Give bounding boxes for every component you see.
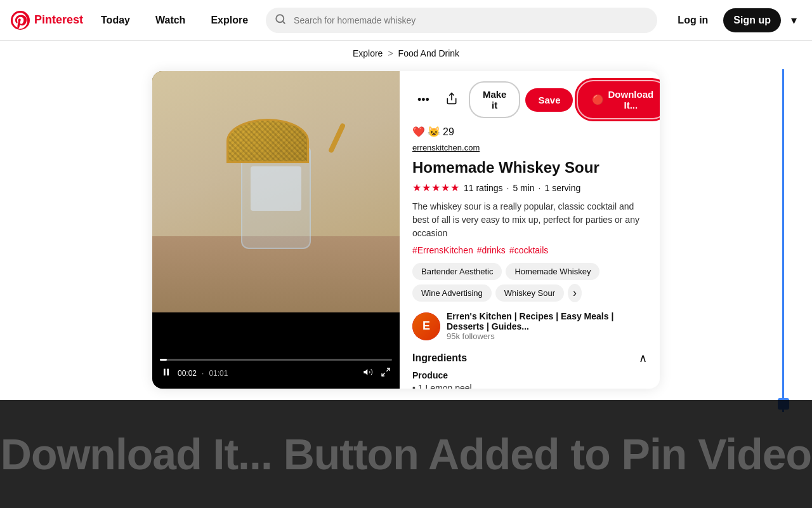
- search-bar: [266, 8, 657, 33]
- reaction-heart: ❤️: [412, 126, 425, 138]
- main-content: 00:02 · 01:01 •••: [0, 66, 812, 394]
- rating-stars: ★★★★★: [412, 182, 460, 194]
- download-button[interactable]: 🔴 Download It...: [578, 81, 660, 118]
- video-controls: 00:02 · 01:01: [152, 349, 400, 389]
- keyword-2[interactable]: Homemade Whiskey: [506, 263, 599, 280]
- fullscreen-button[interactable]: [379, 366, 392, 381]
- pin-rating: ★★★★★ 11 ratings · 5 min · 1 serving: [412, 182, 647, 194]
- video-progress-bar[interactable]: [160, 359, 392, 361]
- pin-description: The whiskey sour is a really popular, cl…: [412, 200, 647, 240]
- bottom-overlay: Download It... Button Added to Pin Video: [0, 400, 812, 508]
- pinterest-logo[interactable]: Pinterest: [10, 10, 83, 30]
- breadcrumb: Explore > Food And Drink: [0, 41, 812, 66]
- video-current-time: 00:02: [178, 369, 197, 378]
- ingredients-section: Ingredients ∧ Produce • 1 Lemon peel Con…: [412, 351, 647, 389]
- rating-count: 11 ratings: [464, 183, 502, 193]
- login-button[interactable]: Log in: [667, 8, 718, 32]
- pin-card: 00:02 · 01:01 •••: [152, 71, 660, 389]
- breadcrumb-current: Food And Drink: [398, 48, 460, 58]
- rating-dot1: ·: [506, 183, 509, 193]
- nav-explore[interactable]: Explore: [203, 10, 256, 31]
- ingredients-header: Ingredients ∧: [412, 351, 647, 365]
- breadcrumb-separator: >: [388, 48, 393, 58]
- nav-dropdown-icon[interactable]: ▾: [786, 8, 802, 32]
- pin-info: ••• Make it Save 🔴 Download It... ❤️: [400, 71, 660, 389]
- keyword-4[interactable]: Whiskey Sour: [495, 284, 564, 302]
- author-avatar[interactable]: E: [412, 312, 440, 340]
- ingredient-item-lemon-peel: • 1 Lemon peel: [412, 383, 647, 389]
- search-input[interactable]: [266, 8, 657, 33]
- keyword-more-button[interactable]: ›: [568, 284, 582, 302]
- collapse-ingredients-button[interactable]: ∧: [639, 351, 647, 365]
- more-options-button[interactable]: •••: [412, 88, 435, 112]
- video-separator: ·: [202, 369, 204, 378]
- svg-line-7: [382, 373, 385, 376]
- navigation: Pinterest Today Watch Explore Log in Sig…: [0, 0, 812, 41]
- pin-keywords: Bartender Aesthetic Homemade Whiskey Win…: [412, 263, 647, 302]
- rating-dot2: ·: [539, 183, 541, 193]
- ingredient-group-produce: Produce • 1 Lemon peel: [412, 370, 647, 389]
- nav-actions: Log in Sign up ▾: [667, 8, 802, 32]
- ingredient-category-produce: Produce: [412, 370, 647, 380]
- video-thumbnail[interactable]: [152, 71, 400, 312]
- keyword-3[interactable]: Wine Advertising: [412, 284, 492, 302]
- svg-rect-4: [167, 369, 169, 376]
- logo-text: Pinterest: [34, 13, 83, 27]
- tag-1[interactable]: #ErrensKitchen: [412, 245, 473, 255]
- download-label: Download It...: [608, 89, 653, 110]
- tag-3[interactable]: #cocktails: [509, 245, 548, 255]
- nav-watch[interactable]: Watch: [148, 10, 193, 31]
- author-name[interactable]: Erren's Kitchen | Recipes | Easy Meals |…: [447, 311, 647, 331]
- svg-rect-3: [164, 369, 166, 376]
- pin-reactions: ❤️ 😺 29: [412, 126, 647, 138]
- svg-marker-5: [363, 369, 367, 375]
- pin-tags: #ErrensKitchen #drinks #cocktails: [412, 245, 647, 255]
- pin-video: 00:02 · 01:01: [152, 71, 400, 389]
- volume-button[interactable]: [362, 366, 374, 381]
- pin-actions-row: ••• Make it Save 🔴 Download It...: [412, 81, 647, 118]
- bottom-overlay-text: Download It... Button Added to Pin Video: [1, 429, 811, 479]
- rating-servings: 1 serving: [545, 183, 581, 193]
- signup-button[interactable]: Sign up: [723, 8, 781, 32]
- ingredients-title: Ingredients: [412, 352, 467, 364]
- reaction-count: 29: [443, 126, 454, 138]
- tag-2[interactable]: #drinks: [477, 245, 506, 255]
- source-link[interactable]: errenskitchen.com: [412, 143, 647, 152]
- download-icon: 🔴: [592, 94, 604, 105]
- breadcrumb-parent[interactable]: Explore: [353, 48, 383, 58]
- keyword-1[interactable]: Bartender Aesthetic: [412, 263, 502, 280]
- svg-line-6: [386, 368, 390, 371]
- svg-line-2: [283, 21, 285, 23]
- pin-author: E Erren's Kitchen | Recipes | Easy Meals…: [412, 311, 647, 341]
- video-total-time: 01:01: [209, 369, 228, 378]
- author-followers: 95k followers: [447, 331, 647, 341]
- reaction-face: 😺: [428, 126, 440, 138]
- share-button[interactable]: [440, 86, 464, 113]
- make-it-button[interactable]: Make it: [469, 81, 521, 118]
- author-info: Erren's Kitchen | Recipes | Easy Meals |…: [447, 311, 647, 341]
- save-button[interactable]: Save: [525, 88, 573, 112]
- nav-today[interactable]: Today: [93, 10, 138, 31]
- rating-time: 5 min: [513, 183, 534, 193]
- pin-title: Homemade Whiskey Sour: [412, 159, 647, 177]
- search-icon: [275, 13, 286, 27]
- pause-button[interactable]: [160, 366, 173, 381]
